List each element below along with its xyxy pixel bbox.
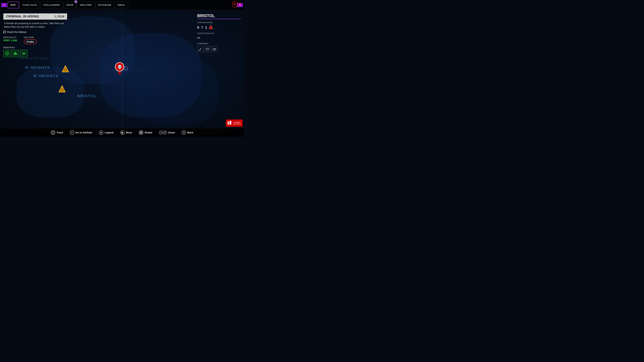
go-to-gotham-label: Go to Gotham [76,131,92,134]
mission-title-bar: CRIMINAL IN HIDING 1,782m [3,13,67,19]
move-label: Move [126,131,132,134]
zoom-buttons: L2 R2 [159,131,167,134]
criminal-activity-label: Criminal Activity [197,21,241,24]
svg-point-2 [64,69,66,71]
rotate-button-icon [139,130,143,135]
district-label-robinson: ROBINSON PARK [20,57,49,60]
district-label-bristol: BRISTOL [77,94,97,98]
rotate-label: Rotate [144,131,152,134]
question-mark-icon: ? [201,26,203,29]
svg-line-11 [235,5,236,5]
collectibles-icons: ✓ [197,46,241,52]
svg-rect-26 [52,132,54,134]
tab-challenges[interactable]: CHALLENGES [40,2,63,8]
rewards-label: Rewards [3,46,67,49]
watermark-background: GAMER GUIDES [226,119,242,127]
svg-marker-8 [118,71,122,74]
bristol-panel: BRISTOL Criminal Activity 0 ? 1 Faction … [197,13,241,52]
watermark-top-text: GAMER [233,121,241,123]
zoom-action[interactable]: L2 R2 Zoom [159,131,175,134]
zoom-r2-icon: R2 [163,131,167,134]
rewards-icons: ◆ XP [3,50,67,57]
criminal-activity-row: 0 ? 1 [197,25,241,30]
rotate-action[interactable]: Rotate [139,130,152,135]
watermark-text: GAMER GUIDES [233,121,241,125]
back-button-icon [182,130,186,135]
svg-point-29 [183,132,185,133]
villain-icon [209,25,213,30]
svg-rect-32 [228,122,229,123]
svg-text:◆: ◆ [6,53,8,54]
mission-distance: 1,782m [54,15,64,18]
svg-line-18 [211,29,212,29]
faction-marker-1 [62,65,69,72]
move-action[interactable]: Move [120,130,132,135]
back-label: Back [187,131,193,134]
svg-marker-16 [209,25,213,29]
mission-marker[interactable]: 💀 [114,62,124,75]
mission-panel: CRIMINAL IN HIDING 1,782m Criminals are … [3,13,67,57]
legend-button-icon: ✿ [99,130,103,135]
move-button-icon [120,130,124,135]
bristol-title: BRISTOL [197,13,241,19]
svg-rect-14 [15,52,16,55]
tab-email[interactable]: EMAIL [115,2,128,8]
top-navigation: L1 MAP CASE FILES CHALLENGES GEAR ABILIT… [0,0,244,10]
collectible-feather [197,46,203,52]
collectible-chest [211,46,217,52]
bottom-bar: Track R3 Go to Gotham ✿ Legend Move Rota… [0,128,244,137]
faction-section: FACTION Freaks [24,36,37,44]
mission-meta: DIFFICULTY VERY LOW FACTION Freaks [3,36,67,44]
district-label-m-heights: M HEIGHTS [25,65,50,70]
objective-text: Reach the Hideout [7,31,26,33]
svg-line-17 [210,29,211,29]
go-to-gotham-action[interactable]: R3 Go to Gotham [70,130,92,135]
watermark-icon [227,120,232,126]
reward-bars-icon [12,50,19,57]
tab-map[interactable]: MAP [8,2,19,8]
reward-shield-icon: ◆ [3,50,11,57]
svg-rect-15 [16,53,17,55]
difficulty-value: VERY LOW [3,39,17,42]
reward-xp-icon: XP [20,50,28,57]
mission-description: Criminals are preparing to commit a crim… [3,22,67,29]
search-icon[interactable] [232,1,238,7]
watermark: GAMER GUIDES [226,119,242,127]
svg-rect-13 [14,53,14,55]
faction-marker-2 [59,85,66,92]
tab-case-files[interactable]: CASE FILES [20,2,40,8]
svg-point-28 [141,132,142,133]
faction-label: FACTION [24,36,37,39]
search-count: 0 [239,2,241,6]
tab-gear[interactable]: GEAR [64,2,76,8]
track-action[interactable]: Track [51,130,63,135]
collectible-card: ✓ [204,46,210,52]
track-label: Track [56,131,63,134]
faction-presence-icon: ✂ [197,36,200,40]
tab-abilities[interactable]: ABILITIES [77,2,94,8]
villain-count: 1 [205,26,207,29]
back-action[interactable]: Back [182,130,193,135]
svg-rect-31 [230,121,231,124]
svg-point-5 [61,89,63,91]
zoom-l2-icon: L2 [159,131,163,134]
l1-button[interactable]: L1 [1,3,7,7]
difficulty-label: DIFFICULTY [3,36,17,39]
mission-title: CRIMINAL IN HIDING [6,15,39,18]
legend-action[interactable]: ✿ Legend [99,130,114,135]
zoom-label: Zoom [168,131,175,134]
track-button-icon [51,130,55,135]
collectibles-label: Collectibles [197,42,241,45]
faction-presence-label: Faction Presence [197,32,241,34]
go-to-gotham-button-icon: R3 [70,130,74,135]
square-marker [124,67,128,70]
svg-text:💀: 💀 [118,65,122,69]
search-area: 0 [232,1,241,7]
mission-objective: Reach the Hideout [3,31,67,33]
unknown-count: 0 [197,26,199,29]
faction-badge: Freaks [24,39,37,44]
tab-database[interactable]: DATABASE [95,2,114,8]
svg-marker-9 [75,1,77,2]
difficulty-section: DIFFICULTY VERY LOW [3,36,17,44]
legend-label: Legend [105,131,114,134]
